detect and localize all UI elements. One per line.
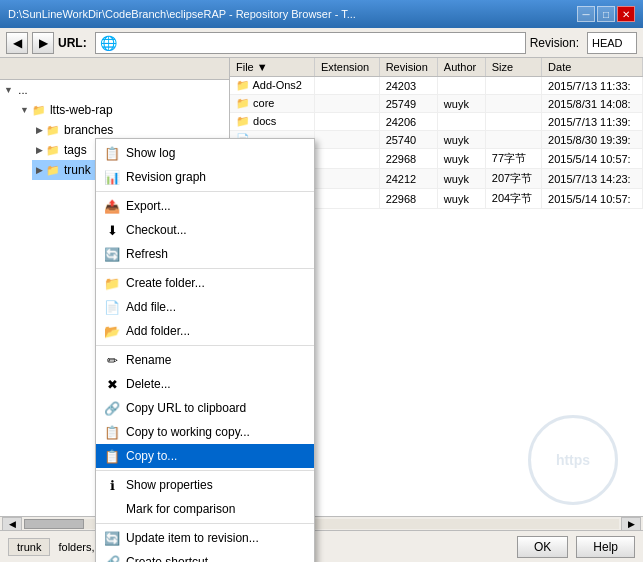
menu-item-icon-export: 📤 <box>104 198 120 214</box>
menu-item-icon-copy-url: 🔗 <box>104 400 120 416</box>
cell-author: wuyk <box>437 95 485 113</box>
folder-icon: 📁 <box>31 102 47 118</box>
cell-date: 2015/7/13 14:23: <box>542 169 643 189</box>
tree-item-root[interactable]: ▼ ... <box>0 80 229 100</box>
cell-size <box>485 131 541 149</box>
menu-item-add-file[interactable]: 📄 Add file... <box>96 295 314 319</box>
menu-item-label-refresh: Refresh <box>126 247 168 261</box>
cell-size <box>485 95 541 113</box>
menu-item-icon-copy-working: 📋 <box>104 424 120 440</box>
cell-file: 📁 Add-Ons2 <box>230 77 314 95</box>
menu-item-label-copy-url: Copy URL to clipboard <box>126 401 246 415</box>
cell-file: 📁 core <box>230 95 314 113</box>
close-button[interactable]: ✕ <box>617 6 635 22</box>
menu-item-icon-delete: ✖ <box>104 376 120 392</box>
help-button[interactable]: Help <box>576 536 635 558</box>
context-menu: 📋 Show log 📊 Revision graph 📤 Export... … <box>95 138 315 562</box>
cell-author <box>437 77 485 95</box>
title-bar: D:\SunLineWorkDir\CodeBranch\eclipseRAP … <box>0 0 643 28</box>
toolbar: ◀ ▶ URL: 🌐 Revision: <box>0 28 643 58</box>
menu-item-rename[interactable]: ✏ Rename <box>96 348 314 372</box>
menu-item-label-add-folder: Add folder... <box>126 324 190 338</box>
menu-item-checkout[interactable]: ⬇ Checkout... <box>96 218 314 242</box>
expand-icon: ▶ <box>36 165 43 175</box>
cell-revision: 24206 <box>379 113 437 131</box>
cell-size: 204字节 <box>485 189 541 209</box>
cell-date: 2015/8/31 14:08: <box>542 95 643 113</box>
back-button[interactable]: ◀ <box>6 32 28 54</box>
menu-item-export[interactable]: 📤 Export... <box>96 194 314 218</box>
cell-size: 207字节 <box>485 169 541 189</box>
tree-item-label: ltts-web-rap <box>50 103 113 117</box>
menu-item-label-create-folder: Create folder... <box>126 276 205 290</box>
cell-date: 2015/7/13 11:39: <box>542 113 643 131</box>
cell-revision: 24203 <box>379 77 437 95</box>
url-input-container: 🌐 <box>95 32 526 54</box>
menu-item-create-shortcut[interactable]: 🔗 Create shortcut <box>96 550 314 562</box>
scroll-right-btn[interactable]: ▶ <box>621 517 641 531</box>
menu-item-delete[interactable]: ✖ Delete... <box>96 372 314 396</box>
folder-icon: ... <box>15 82 31 98</box>
menu-item-label-update-revision: Update item to revision... <box>126 531 259 545</box>
table-row[interactable]: 📁 Add-Ons2 24203 2015/7/13 11:33: <box>230 77 643 95</box>
menu-item-revision-graph[interactable]: 📊 Revision graph <box>96 165 314 189</box>
menu-item-copy-working[interactable]: 📋 Copy to working copy... <box>96 420 314 444</box>
scroll-thumb[interactable] <box>24 519 84 529</box>
cell-size: 77字节 <box>485 149 541 169</box>
table-row[interactable]: 📁 docs 24206 2015/7/13 11:39: <box>230 113 643 131</box>
menu-item-add-folder[interactable]: 📂 Add folder... <box>96 319 314 343</box>
scroll-left-btn[interactable]: ◀ <box>2 517 22 531</box>
menu-item-icon-add-file: 📄 <box>104 299 120 315</box>
tree-item-ltts-web-rap[interactable]: ▼ 📁 ltts-web-rap <box>16 100 229 120</box>
cell-extension <box>314 131 379 149</box>
menu-item-icon-checkout: ⬇ <box>104 222 120 238</box>
menu-item-icon-rename: ✏ <box>104 352 120 368</box>
expand-icon: ▼ <box>4 85 13 95</box>
cell-author: wuyk <box>437 189 485 209</box>
ok-button[interactable]: OK <box>517 536 568 558</box>
window-title: D:\SunLineWorkDir\CodeBranch\eclipseRAP … <box>8 8 577 20</box>
menu-item-create-folder[interactable]: 📁 Create folder... <box>96 271 314 295</box>
menu-item-icon-refresh: 🔄 <box>104 246 120 262</box>
menu-item-update-revision[interactable]: 🔄 Update item to revision... <box>96 526 314 550</box>
menu-item-icon-show-props: ℹ <box>104 477 120 493</box>
url-icon: 🌐 <box>100 35 117 51</box>
table-row[interactable]: 📁 core 25749 wuyk 2015/8/31 14:08: <box>230 95 643 113</box>
menu-item-label-export: Export... <box>126 199 171 213</box>
menu-item-show-props[interactable]: ℹ Show properties <box>96 473 314 497</box>
menu-item-show-log[interactable]: 📋 Show log <box>96 141 314 165</box>
tree-item-label: branches <box>64 123 113 137</box>
url-label: URL: <box>58 36 87 50</box>
menu-item-label-create-shortcut: Create shortcut <box>126 555 208 562</box>
menu-item-icon-copy-to: 📋 <box>104 448 120 464</box>
menu-item-label-revision-graph: Revision graph <box>126 170 206 184</box>
cell-extension <box>314 95 379 113</box>
cell-extension <box>314 189 379 209</box>
tree-item-label: trunk <box>64 163 91 177</box>
cell-file: 📁 docs <box>230 113 314 131</box>
tree-item-label: tags <box>64 143 87 157</box>
menu-item-refresh[interactable]: 🔄 Refresh <box>96 242 314 266</box>
menu-item-icon-revision-graph: 📊 <box>104 169 120 185</box>
menu-item-label-show-props: Show properties <box>126 478 213 492</box>
cell-extension <box>314 149 379 169</box>
revision-input[interactable] <box>587 32 637 54</box>
menu-item-label-show-log: Show log <box>126 146 175 160</box>
cell-size <box>485 77 541 95</box>
cell-author: wuyk <box>437 149 485 169</box>
revision-label: Revision: <box>530 36 579 50</box>
forward-button[interactable]: ▶ <box>32 32 54 54</box>
menu-item-copy-to[interactable]: 📋 Copy to... <box>96 444 314 468</box>
maximize-button[interactable]: □ <box>597 6 615 22</box>
minimize-button[interactable]: ─ <box>577 6 595 22</box>
menu-item-icon-update-revision: 🔄 <box>104 530 120 546</box>
expand-icon: ▼ <box>20 105 29 115</box>
menu-item-copy-url[interactable]: 🔗 Copy URL to clipboard <box>96 396 314 420</box>
cell-date: 2015/5/14 10:57: <box>542 189 643 209</box>
menu-item-mark-comparison[interactable]: Mark for comparison <box>96 497 314 521</box>
menu-item-icon-create-folder: 📁 <box>104 275 120 291</box>
col-extension: Extension <box>314 58 379 77</box>
cell-revision: 25740 <box>379 131 437 149</box>
tree-item-branches[interactable]: ▶ 📁 branches <box>32 120 229 140</box>
menu-separator <box>96 191 314 192</box>
